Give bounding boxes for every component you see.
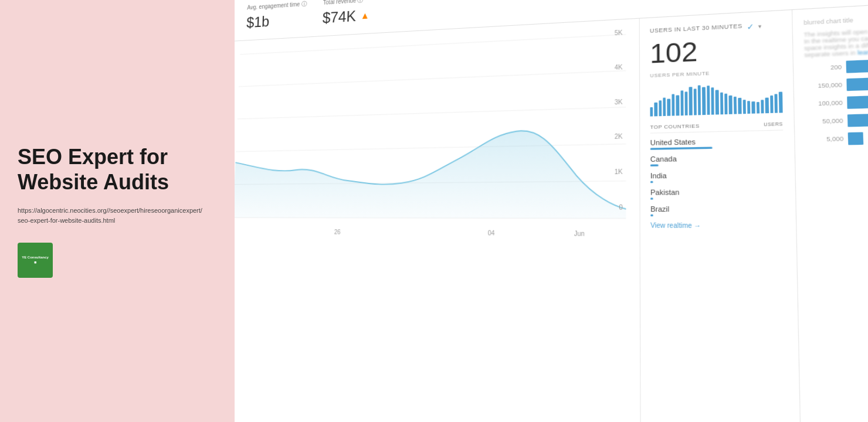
h-bar-row: 5,000	[806, 130, 868, 146]
revenue-metric: Total revenue ⓘ $74K ▲	[322, 0, 369, 27]
mini-bar-item	[775, 94, 778, 113]
mini-bar-item	[698, 85, 701, 115]
logo-box: YE Consultancy ■	[18, 243, 53, 278]
h-bar	[847, 95, 868, 109]
view-all-container: VIEW ALL USERS	[806, 151, 868, 166]
mini-bar-item	[724, 94, 728, 114]
engagement-metric: Avg. engagement time ⓘ $1b	[246, 0, 307, 32]
mini-bar-item	[761, 100, 764, 113]
realtime-controls: USERS IN LAST 30 MINUTES ✓ ▾	[650, 21, 781, 36]
chart-area: 5K 4K 3K 2K 1K 0	[235, 19, 641, 422]
realtime-panel: USERS IN LAST 30 MINUTES ✓ ▾ 102 USERS P…	[640, 10, 802, 422]
mini-bar-item	[742, 100, 746, 114]
h-bar	[846, 76, 868, 91]
analytics-content: Avg. engagement time ⓘ $1b Total revenue…	[235, 0, 868, 422]
country-row: Canada	[650, 153, 784, 166]
country-name: Pakistan	[650, 188, 784, 196]
mini-bar-item	[663, 97, 666, 116]
country-bar	[650, 181, 653, 183]
mini-bar-item	[659, 101, 662, 117]
revenue-label: Total revenue ⓘ	[323, 0, 370, 7]
analytics-wrapper: Avg. engagement time ⓘ $1b Total revenue…	[235, 0, 868, 422]
svg-line-1	[239, 71, 626, 87]
left-panel: SEO Expert for Website Audits https://al…	[0, 0, 235, 422]
mini-bar-item	[729, 95, 733, 114]
mini-bar-item	[770, 96, 774, 113]
country-bar-container	[650, 197, 784, 199]
mini-bar-item	[711, 87, 714, 114]
h-bar-row: 50,000	[806, 111, 868, 128]
mini-bar-item	[684, 92, 687, 115]
h-bar-label: 5,000	[806, 135, 843, 143]
mini-bar-item	[747, 101, 751, 114]
country-row: Brazil	[650, 205, 785, 216]
country-bar-container	[650, 180, 784, 183]
realtime-user-count: 102	[650, 34, 782, 67]
chart-y-labels: 5K 4K 3K 2K 1K 0	[615, 29, 623, 211]
right-panel: Avg. engagement time ⓘ $1b Total revenue…	[235, 0, 868, 422]
far-right-panel: blurred chart title The insights will op…	[792, 0, 868, 422]
mini-bar-item	[765, 98, 769, 113]
country-bar-container	[650, 215, 785, 217]
h-bar-row: 200	[805, 56, 868, 74]
svg-line-3	[236, 144, 626, 152]
mini-bar-item	[752, 101, 755, 114]
mini-bar-item	[716, 90, 719, 114]
country-row: Pakistan	[650, 188, 784, 200]
country-bar-container	[650, 162, 784, 166]
country-row: United States	[650, 136, 784, 150]
country-row: India	[650, 170, 784, 183]
country-bar	[650, 198, 653, 199]
horizontal-bar-chart: 200 150,000 100,000 50,000 5,000	[805, 56, 868, 145]
realtime-options[interactable]: ▾	[758, 23, 762, 30]
mini-bar-chart	[650, 79, 782, 117]
users-per-minute-label: USERS PER MINUTE	[650, 67, 782, 79]
h-bar	[846, 57, 868, 73]
mini-bar-item	[756, 102, 760, 113]
country-bar	[650, 215, 653, 216]
mini-bar-item	[702, 87, 706, 115]
mini-bar-item	[693, 89, 697, 115]
mini-bar-item	[667, 98, 670, 115]
line-chart	[235, 29, 626, 224]
country-name: United States	[650, 136, 784, 147]
realtime-header: USERS IN LAST 30 MINUTES	[650, 23, 742, 34]
svg-line-0	[240, 35, 626, 55]
chart-x-labels: 26 04 Jun	[235, 225, 626, 241]
mini-bar-item	[707, 86, 710, 114]
country-name: Canada	[650, 153, 784, 163]
mini-bar-item	[779, 92, 782, 113]
view-realtime-link[interactable]: View realtime →	[650, 222, 785, 230]
country-name: Brazil	[650, 205, 785, 213]
url-text: https://algocentric.neocities.org//seoex…	[18, 206, 217, 226]
mini-bar-item	[720, 92, 724, 114]
country-name: India	[650, 170, 784, 179]
h-bar-row: 100,000	[805, 93, 868, 110]
svg-line-2	[238, 107, 626, 119]
h-bar-label: 200	[805, 64, 842, 72]
check-icon: ✓	[747, 22, 754, 32]
h-bar-label: 100,000	[805, 100, 843, 108]
country-bar	[650, 147, 713, 149]
mini-bar-item	[734, 97, 737, 114]
mini-bar-item	[680, 90, 683, 115]
countries-header: TOP COUNTRIES USERS	[650, 121, 784, 133]
country-bar	[650, 164, 659, 166]
h-bar	[848, 132, 864, 145]
warning-icon: ▲	[360, 10, 369, 21]
mini-bar-item	[676, 96, 679, 116]
engagement-label: Avg. engagement time ⓘ	[247, 0, 307, 12]
mini-bar-item	[672, 94, 674, 115]
page-title: SEO Expert for Website Audits	[18, 144, 217, 195]
mini-bar-item	[738, 98, 741, 114]
mini-bar-item	[655, 102, 657, 116]
h-bar-row: 150,000	[805, 74, 868, 93]
blurred-description: The insights will open the userIn the re…	[804, 23, 868, 59]
h-bar-label: 50,000	[806, 117, 843, 125]
engagement-value: $1b	[246, 11, 307, 32]
countries-list: United States Canada India Pakistan Braz…	[650, 136, 785, 217]
revenue-value: $74K ▲	[322, 6, 369, 28]
far-right-title: blurred chart title	[803, 11, 868, 26]
mini-bar-item	[689, 87, 693, 115]
mini-bar-item	[650, 107, 653, 117]
